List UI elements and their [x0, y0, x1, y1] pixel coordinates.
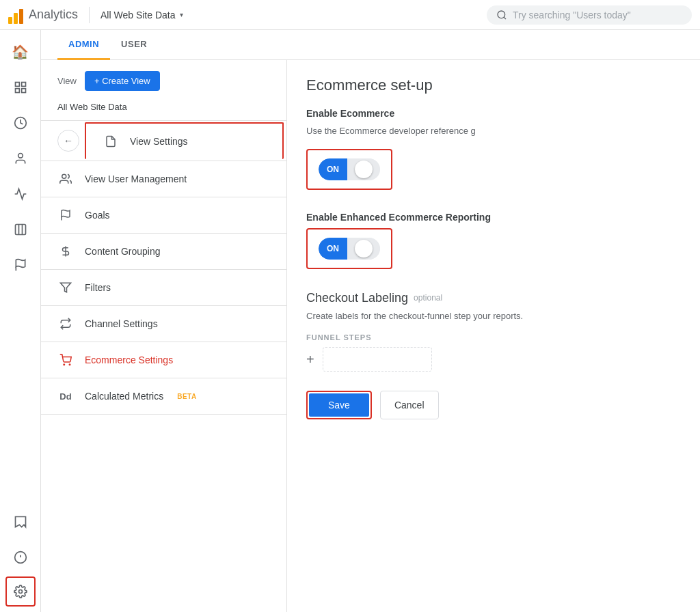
- svg-rect-3: [15, 89, 19, 93]
- view-name: All Web Site Data: [41, 99, 286, 120]
- funnel-input[interactable]: [323, 347, 432, 372]
- search-icon: [496, 10, 507, 20]
- sidebar-item-realtime[interactable]: [4, 107, 37, 139]
- toggle-thumb: [355, 161, 373, 178]
- svg-rect-1: [15, 83, 19, 87]
- logo-icon: [8, 6, 23, 24]
- enable-ecommerce-toggle-box: ON: [306, 149, 392, 190]
- svg-point-6: [18, 154, 23, 158]
- action-buttons: Save Cancel: [306, 391, 681, 419]
- view-settings-row: ← View Settings: [41, 121, 286, 161]
- sidebar-item-home[interactable]: 🏠: [4, 36, 37, 68]
- view-header: View + Create View: [41, 71, 286, 99]
- enable-ecommerce-section: Enable Ecommerce Use the Ecommerce devel…: [306, 108, 681, 201]
- toggle-on-label: ON: [319, 158, 347, 180]
- ecommerce-settings-icon: [57, 352, 74, 368]
- toggle-off-area: [347, 158, 380, 180]
- create-view-button[interactable]: + Create View: [85, 71, 160, 91]
- enable-enhanced-toggle-box: ON: [306, 228, 392, 269]
- sidebar: 🏠: [0, 30, 41, 612]
- svg-rect-4: [21, 89, 25, 93]
- account-selector[interactable]: All Web Site Data ▾: [100, 10, 183, 20]
- account-dropdown-icon: ▾: [180, 11, 183, 18]
- svg-rect-7: [15, 225, 25, 235]
- panels: View + Create View All Web Site Data ←: [41, 60, 700, 612]
- main-layout: 🏠: [0, 30, 700, 612]
- enable-ecommerce-toggle[interactable]: ON: [319, 158, 380, 180]
- nav-item-channel-settings-label: Channel Settings: [85, 318, 158, 329]
- app-name: Analytics: [29, 8, 78, 22]
- sidebar-item-columns[interactable]: [4, 213, 37, 246]
- logo-bar-1: [8, 17, 12, 24]
- svg-point-0: [498, 11, 505, 18]
- search-bar[interactable]: Try searching "Users today": [487, 5, 692, 25]
- view-user-mgmt-icon: [57, 171, 74, 187]
- cancel-button[interactable]: Cancel: [380, 391, 439, 419]
- content-area: ADMIN USER View + Create View All Web Si…: [41, 30, 700, 612]
- nav-item-view-user-mgmt-label: View User Management: [85, 173, 187, 184]
- header-divider: [89, 7, 90, 23]
- nav-item-content-grouping-label: Content Grouping: [85, 246, 161, 257]
- tabs-bar: ADMIN USER: [41, 30, 700, 60]
- nav-item-calculated-metrics[interactable]: Dd Calculated Metrics BETA: [41, 378, 286, 415]
- view-label: View: [57, 76, 77, 86]
- sidebar-item-settings[interactable]: [5, 576, 36, 607]
- calculated-metrics-icon: Dd: [57, 388, 74, 404]
- nav-item-filters-label: Filters: [85, 282, 111, 293]
- sidebar-item-segments[interactable]: [4, 249, 37, 281]
- nav-item-view-settings[interactable]: View Settings: [85, 122, 284, 159]
- svg-point-15: [62, 174, 66, 178]
- logo-bar-2: [14, 13, 18, 24]
- sidebar-item-reports[interactable]: [4, 71, 37, 104]
- save-button[interactable]: Save: [309, 393, 369, 417]
- sidebar-item-audience[interactable]: [4, 142, 37, 175]
- funnel-add-icon[interactable]: +: [306, 352, 314, 367]
- nav-item-channel-settings[interactable]: Channel Settings: [41, 306, 286, 342]
- back-button[interactable]: ←: [57, 130, 79, 152]
- enhanced-toggle-off-area: [347, 238, 380, 260]
- enhanced-toggle-on-label: ON: [319, 238, 347, 260]
- channel-settings-icon: [57, 316, 74, 332]
- sidebar-item-customize[interactable]: [4, 505, 37, 538]
- svg-marker-18: [61, 283, 71, 292]
- svg-rect-2: [21, 83, 25, 87]
- tab-admin[interactable]: ADMIN: [57, 30, 110, 60]
- account-name: All Web Site Data: [100, 10, 175, 20]
- nav-item-ecommerce-settings-label: Ecommerce Settings: [85, 354, 173, 365]
- save-button-wrapper: Save: [306, 391, 372, 419]
- funnel-steps-label: FUNNEL STEPS: [306, 333, 681, 342]
- view-settings-icon: [103, 133, 119, 150]
- beta-badge: BETA: [177, 393, 196, 400]
- left-nav-panel: View + Create View All Web Site Data ←: [41, 60, 287, 612]
- app-header: Analytics All Web Site Data ▾ Try search…: [0, 0, 700, 30]
- enhanced-toggle-thumb: [355, 240, 373, 258]
- enable-ecommerce-desc: Use the Ecommerce developer reference g: [306, 124, 681, 138]
- svg-point-19: [64, 364, 65, 365]
- nav-item-goals-label: Goals: [85, 210, 110, 221]
- right-panel: Ecommerce set-up Enable Ecommerce Use th…: [287, 60, 700, 612]
- optional-badge: optional: [414, 293, 442, 303]
- search-placeholder: Try searching "Users today": [513, 10, 631, 20]
- funnel-row: +: [306, 347, 681, 372]
- page-title: Ecommerce set-up: [306, 76, 681, 94]
- nav-item-content-grouping[interactable]: Content Grouping: [41, 234, 286, 270]
- checkout-labeling-title: Checkout Labeling optional: [306, 291, 681, 305]
- tab-user[interactable]: USER: [110, 30, 158, 60]
- nav-item-view-user-mgmt[interactable]: View User Management: [41, 161, 286, 197]
- nav-item-view-settings-label: View Settings: [130, 136, 188, 147]
- enable-enhanced-label: Enable Enhanced Ecommerce Reporting: [306, 212, 681, 223]
- goals-icon: [57, 207, 74, 223]
- enable-enhanced-toggle[interactable]: ON: [319, 238, 380, 260]
- nav-item-ecommerce-settings[interactable]: Ecommerce Settings: [41, 342, 286, 378]
- enable-enhanced-section: Enable Enhanced Ecommerce Reporting ON: [306, 212, 681, 280]
- nav-item-filters[interactable]: Filters: [41, 270, 286, 306]
- sidebar-item-discover[interactable]: [4, 541, 37, 574]
- nav-item-goals[interactable]: Goals: [41, 197, 286, 234]
- filters-icon: [57, 279, 74, 296]
- svg-point-20: [69, 364, 70, 365]
- svg-point-14: [18, 590, 22, 594]
- checkout-desc: Create labels for the checkout-funnel st…: [306, 309, 681, 323]
- logo-area: Analytics: [8, 6, 89, 24]
- sidebar-item-conversions[interactable]: [4, 178, 37, 210]
- enable-ecommerce-label: Enable Ecommerce: [306, 108, 681, 119]
